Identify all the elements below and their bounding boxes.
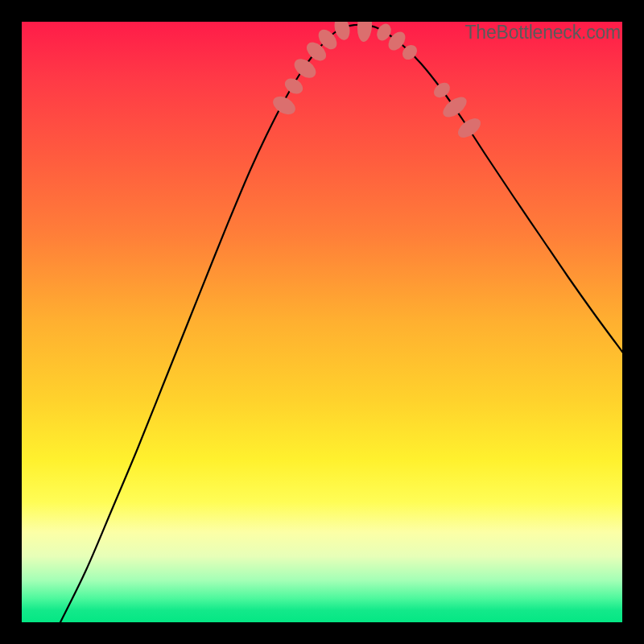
bottleneck-curve [60,25,622,622]
curve-marker [431,80,452,101]
curve-marker [440,93,470,122]
curve-marker [357,22,374,43]
chart-svg [22,22,622,622]
watermark-text: TheBottleneck.com [465,22,621,43]
curve-marker [282,75,305,97]
chart-frame: TheBottleneck.com [0,0,644,644]
curve-marker [270,93,298,118]
marker-layer [270,22,484,142]
curve-marker [455,114,484,141]
chart-plot-area [22,22,622,622]
